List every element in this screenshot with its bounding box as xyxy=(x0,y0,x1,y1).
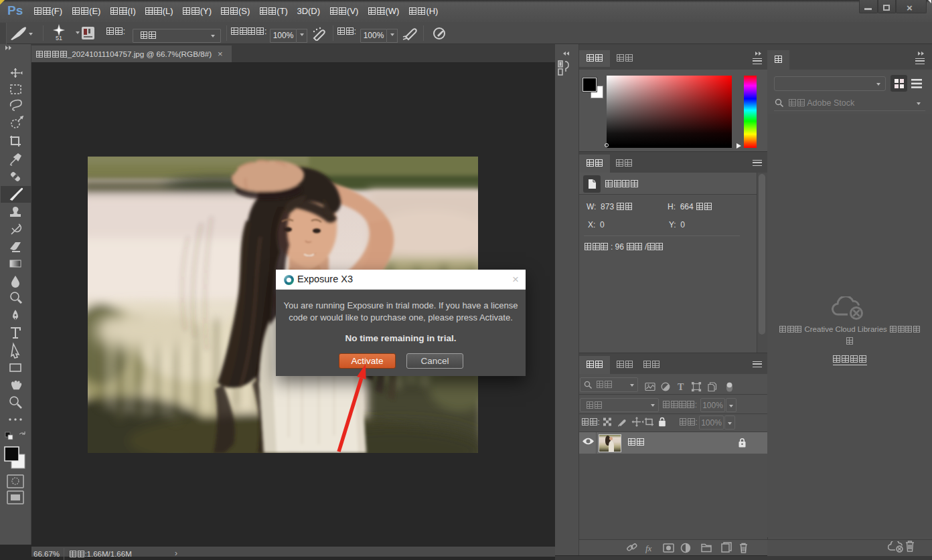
svg-text:fx: fx xyxy=(645,543,652,553)
svg-text:51: 51 xyxy=(56,35,62,41)
svg-text:T: T xyxy=(678,382,684,392)
